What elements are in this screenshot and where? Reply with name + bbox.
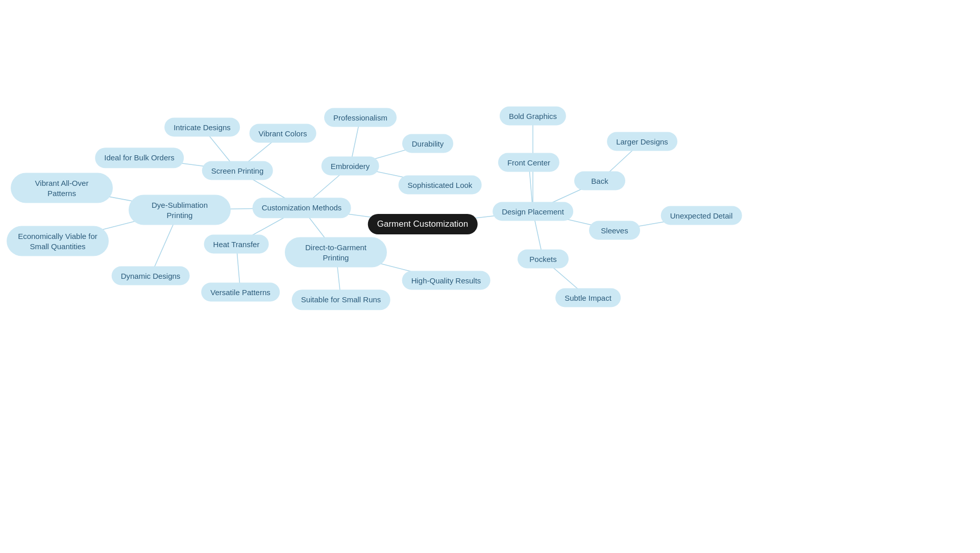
mindmap-container: Garment CustomizationCustomization Metho… — [0, 0, 980, 553]
node-heat-transfer[interactable]: Heat Transfer — [204, 235, 269, 254]
node-economically-viable[interactable]: Economically Viable for Small Quantities — [7, 226, 109, 256]
node-unexpected-detail[interactable]: Unexpected Detail — [661, 206, 742, 225]
center-node[interactable]: Garment Customization — [368, 214, 478, 234]
node-embroidery[interactable]: Embroidery — [322, 157, 379, 176]
node-suitable-small-runs[interactable]: Suitable for Small Runs — [292, 290, 390, 310]
node-bold-graphics[interactable]: Bold Graphics — [500, 107, 566, 126]
node-dynamic-designs[interactable]: Dynamic Designs — [112, 267, 190, 285]
node-subtle-impact[interactable]: Subtle Impact — [555, 288, 621, 307]
node-dye-sublimation[interactable]: Dye-Sublimation Printing — [129, 195, 231, 225]
node-high-quality-results[interactable]: High-Quality Results — [402, 271, 491, 290]
node-larger-designs[interactable]: Larger Designs — [607, 132, 677, 151]
node-back[interactable]: Back — [574, 172, 625, 190]
node-design-placement[interactable]: Design Placement — [493, 202, 573, 221]
node-screen-printing[interactable]: Screen Printing — [202, 161, 273, 180]
node-front-center[interactable]: Front Center — [498, 153, 559, 172]
node-direct-to-garment[interactable]: Direct-to-Garment Printing — [285, 237, 387, 268]
node-vibrant-colors[interactable]: Vibrant Colors — [250, 124, 316, 143]
node-pockets[interactable]: Pockets — [518, 250, 569, 269]
node-versatile-patterns[interactable]: Versatile Patterns — [201, 283, 280, 302]
node-intricate-designs[interactable]: Intricate Designs — [164, 118, 240, 137]
node-professionalism[interactable]: Professionalism — [324, 108, 397, 127]
node-customization-methods[interactable]: Customization Methods — [253, 198, 351, 218]
node-ideal-bulk[interactable]: Ideal for Bulk Orders — [95, 148, 184, 168]
node-sophisticated-look[interactable]: Sophisticated Look — [399, 176, 482, 195]
node-durability[interactable]: Durability — [402, 134, 453, 153]
node-vibrant-allover[interactable]: Vibrant All-Over Patterns — [11, 173, 113, 203]
node-sleeves[interactable]: Sleeves — [589, 221, 640, 240]
